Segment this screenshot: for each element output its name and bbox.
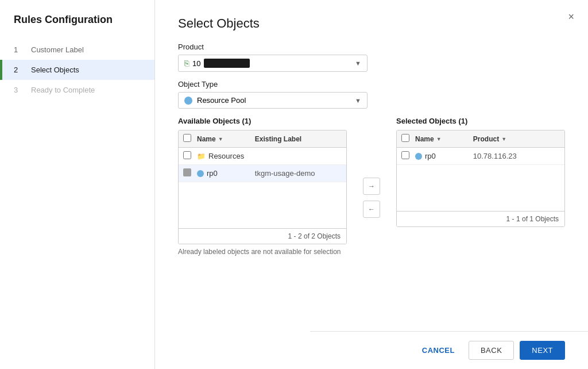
product-value: 10 <box>192 59 200 68</box>
object-type-select-inner: Resource Pool <box>184 96 246 105</box>
step-num-2: 2 <box>14 66 25 74</box>
sel-rp0-checkbox[interactable] <box>401 151 409 159</box>
page-title: Select Objects <box>178 16 565 31</box>
available-th-existing-label: Existing Label <box>255 135 342 143</box>
available-objects-section: Available Objects (1) Name ▼ Existing La… <box>178 117 347 256</box>
object-type-value: Resource Pool <box>197 96 246 105</box>
sidebar-item-customer-label[interactable]: 1 Customer Label <box>0 40 154 60</box>
sidebar-item-wrapper-customer-label: 1 Customer Label <box>0 40 154 60</box>
resources-name-cell: 📁 Resources <box>197 152 255 160</box>
sel-rp0-product-cell: 10.78.116.23 <box>473 152 560 160</box>
available-select-all-checkbox[interactable] <box>183 134 191 142</box>
selected-th-product: Product ▼ <box>473 135 560 143</box>
product-select[interactable]: ⎘ 10 ▼ <box>178 55 368 72</box>
resources-name: Resources <box>208 152 244 160</box>
main-content: × Select Objects Product ⎘ 10 ▼ Object T… <box>155 0 588 369</box>
sidebar-item-wrapper-ready: 3 Ready to Complete <box>0 80 154 100</box>
transfer-right-button[interactable]: → <box>363 178 380 195</box>
resources-checkbox[interactable] <box>183 151 191 159</box>
rp0-name-cell: rp0 <box>197 169 255 178</box>
close-button[interactable]: × <box>568 11 574 22</box>
available-objects-table: Name ▼ Existing Label 📁 Resources <box>178 130 347 244</box>
available-objects-footer: 1 - 2 of 2 Objects <box>179 228 346 244</box>
selected-objects-title: Selected Objects (1) <box>396 117 565 125</box>
back-button[interactable]: BACK <box>469 341 514 360</box>
available-objects-title: Available Objects (1) <box>178 117 347 125</box>
available-th-name-label: Name <box>197 135 216 143</box>
selected-table-header: Name ▼ Product ▼ <box>397 130 564 148</box>
resources-folder-icon: 📁 <box>197 152 206 160</box>
resources-checkbox-cell <box>183 151 197 161</box>
object-type-chevron-icon: ▼ <box>355 97 361 104</box>
table-row: rp0 10.78.116.23 <box>397 148 564 165</box>
available-table-header: Name ▼ Existing Label <box>179 130 346 148</box>
step-num-3: 3 <box>14 86 25 94</box>
sidebar: Rules Configuration 1 Customer Label 2 S… <box>0 0 155 369</box>
selected-header-checkbox-cell <box>401 134 415 144</box>
rp0-existing-label: tkgm-usage-demo <box>255 169 315 178</box>
selected-objects-section: Selected Objects (1) Name ▼ Product ▼ <box>396 117 565 256</box>
object-type-label: Object Type <box>178 80 565 89</box>
transfer-left-button[interactable]: ← <box>363 201 380 218</box>
rp0-checkbox-square <box>183 168 191 176</box>
tables-area: Available Objects (1) Name ▼ Existing La… <box>178 117 565 256</box>
sel-rp0-product: 10.78.116.23 <box>473 152 517 160</box>
object-type-select[interactable]: Resource Pool ▼ <box>178 92 368 109</box>
available-th-existing-label-text: Existing Label <box>255 135 301 143</box>
rp0-checkbox-cell <box>183 168 197 178</box>
product-chevron-icon: ▼ <box>355 60 361 67</box>
product-value-block <box>204 59 250 68</box>
available-header-checkbox-cell <box>183 134 197 144</box>
rp0-label-cell: tkgm-usage-demo <box>255 169 342 178</box>
transfer-buttons: → ← <box>358 140 385 256</box>
cancel-button[interactable]: CANCEL <box>414 341 463 360</box>
selected-objects-table: Name ▼ Product ▼ rp0 <box>396 130 565 227</box>
sidebar-item-label-select-objects: Select Objects <box>31 66 79 74</box>
sidebar-item-label-ready: Ready to Complete <box>31 86 95 94</box>
rp0-name: rp0 <box>207 169 218 178</box>
table-row: 📁 Resources <box>179 148 346 165</box>
selected-select-all-checkbox[interactable] <box>401 134 409 142</box>
sidebar-item-ready-to-complete[interactable]: 3 Ready to Complete <box>0 80 154 100</box>
sidebar-item-select-objects[interactable]: 2 Select Objects <box>0 60 154 80</box>
selected-name-filter-icon[interactable]: ▼ <box>436 136 442 142</box>
sidebar-title: Rules Configuration <box>0 14 154 40</box>
resource-pool-icon <box>184 97 192 105</box>
product-label: Product <box>178 43 565 51</box>
sel-rp0-name: rp0 <box>425 152 436 160</box>
selected-table-empty <box>397 165 564 211</box>
sel-rp0-name-cell: rp0 <box>415 152 473 160</box>
sel-rp0-pool-icon <box>415 153 422 160</box>
rp0-pool-icon <box>197 170 204 177</box>
product-icon: ⎘ <box>184 59 189 68</box>
selected-product-filter-icon[interactable]: ▼ <box>501 136 506 142</box>
selected-th-product-label: Product <box>473 135 499 143</box>
available-objects-note: Already labeled objects are not availabl… <box>178 248 347 256</box>
selected-objects-footer: 1 - 1 of 1 Objects <box>397 211 564 226</box>
available-table-empty <box>179 182 346 228</box>
available-name-filter-icon[interactable]: ▼ <box>218 136 223 142</box>
selected-th-name: Name ▼ <box>415 135 473 143</box>
selected-th-name-label: Name <box>415 135 434 143</box>
next-button[interactable]: NEXT <box>520 341 565 360</box>
sidebar-item-label-customer-label: Customer Label <box>31 45 84 54</box>
product-select-inner: ⎘ 10 <box>184 59 250 68</box>
table-row: rp0 tkgm-usage-demo <box>179 165 346 182</box>
sel-rp0-checkbox-cell <box>401 151 415 161</box>
available-th-name: Name ▼ <box>197 135 255 143</box>
step-num-1: 1 <box>14 45 25 54</box>
footer: CANCEL BACK NEXT <box>310 331 588 369</box>
sidebar-item-wrapper-select-objects: 2 Select Objects <box>0 60 154 80</box>
